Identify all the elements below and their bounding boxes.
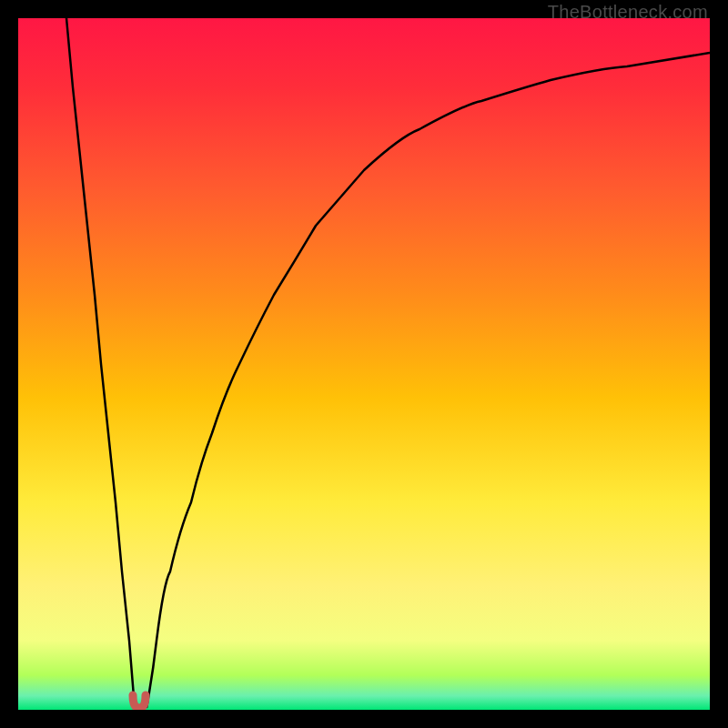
chart-container	[18, 18, 710, 710]
valley-marker	[133, 695, 146, 708]
curve-right-branch	[147, 53, 710, 708]
curve-left-branch	[66, 18, 135, 708]
bottleneck-curve	[18, 18, 710, 710]
watermark-text: TheBottleneck.com	[548, 2, 708, 23]
